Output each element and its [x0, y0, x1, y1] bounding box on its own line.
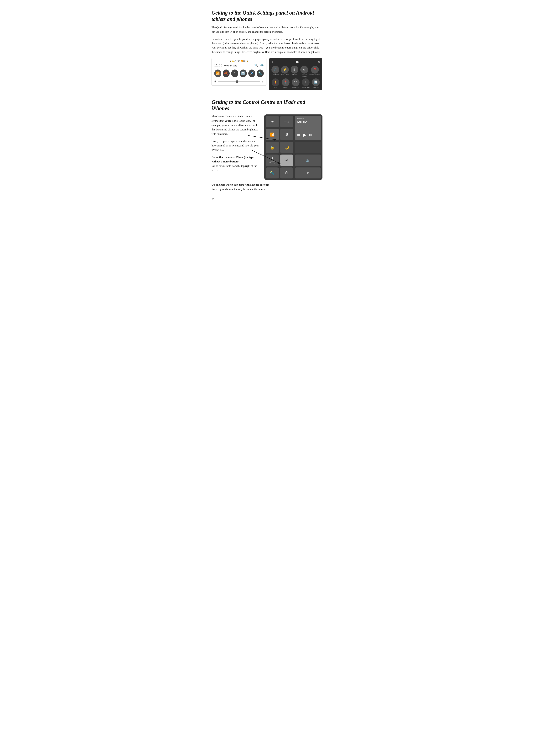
airplane-icon: ✈️: [250, 71, 254, 75]
do-not-disturb-cell[interactable]: 🌙: [280, 142, 293, 153]
play-icon[interactable]: ▶: [303, 132, 306, 137]
wifi-calling-icon: ((·)): [285, 120, 289, 123]
mute-btn[interactable]: 🔕: [271, 78, 279, 86]
timer-cell[interactable]: ⏱: [280, 168, 293, 178]
mute-icon2: 🔕: [274, 80, 277, 84]
dark-brightness-slider[interactable]: [275, 62, 316, 62]
audiowizard-cell[interactable]: 🎵 AudioWizard: [271, 66, 280, 77]
android-time: 11:50 Wed 24 July: [214, 64, 237, 67]
wifi-toggle[interactable]: 📶: [214, 69, 221, 77]
portrait-lock-icon: 🔒: [270, 145, 274, 150]
music-label-main: Music: [297, 120, 307, 124]
torch-toggle[interactable]: 🔦: [257, 69, 264, 77]
bluelight-cell[interactable]: 🛡 Bluelight Filter: [291, 78, 300, 88]
calculator-cell[interactable]: 🖩 Calculator: [290, 66, 299, 77]
brightness-thumb[interactable]: [236, 80, 238, 83]
wifi-icon: 📶: [216, 71, 220, 75]
rotate-icon: 🔄: [241, 71, 245, 75]
rotate-toggle[interactable]: 🔄: [240, 69, 247, 77]
helpguest-label: help.fullbooksGuest: [310, 74, 320, 75]
music-label-top: IPHONE: [297, 118, 304, 120]
empty-cell: [295, 142, 321, 153]
powerboost-btn[interactable]: ⚡: [281, 66, 289, 73]
iphone-screenshot: ✈ ((·)) IPHONE Music ⏮ ▶ ⏭: [264, 115, 322, 180]
wifi-cell[interactable]: 📶: [266, 129, 279, 140]
dark-brightness-low-icon: ☀: [271, 61, 273, 64]
portrait-lock-cell[interactable]: 🔒: [266, 142, 279, 153]
section2-body4: Swipe upwards from the very bottom of th…: [212, 187, 266, 191]
bluelight-icon: 🛡: [294, 80, 297, 84]
page-number: 26: [212, 198, 322, 201]
screenshots-row: 🔒 🔔 🎤 WiFi 📶 96% 🔒 11:50 Wed 24 July 🔍 ⚙…: [212, 58, 322, 90]
autorotate-btn[interactable]: 🔄: [312, 78, 320, 86]
next-track-icon[interactable]: ⏭: [309, 133, 312, 137]
volume-icon: 🔈: [306, 158, 310, 163]
airplanemode-cell[interactable]: ✈ Airplane mode: [301, 78, 310, 88]
powerboost-label: Power & Boost: [281, 74, 289, 75]
status-icons2: 🔔: [232, 60, 234, 62]
battery-pct: 96%: [243, 60, 246, 62]
control-centre-text: The Control Centre is a hidden panel of …: [212, 115, 261, 176]
screen-mirroring-icon: 🖥: [271, 157, 273, 160]
calc-cell[interactable]: #: [295, 168, 321, 178]
control-centre-layout: The Control Centre is a hidden panel of …: [212, 115, 322, 180]
airplanemode-icon: ✈: [305, 80, 307, 84]
status-icons3: 🎤: [234, 60, 236, 62]
autorotate-icon: 🔄: [314, 80, 318, 84]
status-icons: 🔒: [229, 60, 231, 62]
helpguest-cell[interactable]: ❓ help.fullbooksGuest: [310, 66, 320, 77]
torch-icon2: 🔦: [270, 171, 274, 175]
section1-body1: The Quick Settings panel is a hidden pan…: [212, 25, 322, 34]
helpguest-btn[interactable]: ❓: [311, 66, 319, 73]
audiowizard-icon: 🎵: [273, 68, 277, 71]
section2-subhead1: On an iPad or newer iPhone (the type wit…: [212, 156, 254, 163]
powerboost-cell[interactable]: ⚡ Power & Boost: [281, 66, 289, 77]
android-time-row: 11:50 Wed 24 July 🔍 ⚙️: [214, 63, 264, 68]
autorotate-cell[interactable]: 🔄 Auto-rotate: [311, 78, 320, 88]
prev-track-icon[interactable]: ⏮: [297, 133, 300, 137]
audiowizard-btn[interactable]: 🎵: [271, 66, 279, 73]
bluetooth-toggle[interactable]: ⁶: [231, 69, 238, 77]
chevron-down-icon[interactable]: ∨: [262, 80, 264, 83]
brightness-low-icon: ☀: [214, 80, 216, 83]
torch-cell[interactable]: 🔦: [266, 168, 279, 178]
airplane-mode-cell[interactable]: ✈: [266, 116, 279, 127]
airplane-toggle[interactable]: ✈️: [248, 69, 255, 77]
section2-body3: Swipe downwards from the top right of th…: [212, 164, 257, 172]
torch-icon: 🔦: [258, 71, 263, 75]
music-cell[interactable]: IPHONE Music ⏮ ▶ ⏭: [295, 116, 321, 140]
brightness-icon: ☀: [285, 158, 289, 163]
status-icons5: 📶: [241, 60, 243, 62]
screen-mirroring-cell[interactable]: 🖥 Screen Mirroring: [266, 154, 279, 166]
android-status-bar: 🔒 🔔 🎤 WiFi 📶 96% 🔒: [214, 60, 264, 62]
wifi-calling-cell[interactable]: ((·)): [280, 116, 293, 127]
mute-cell[interactable]: 🔕 Mute: [271, 78, 280, 88]
autostart-icon: ⚙: [303, 68, 306, 71]
calculator-btn[interactable]: 🖩: [291, 66, 298, 73]
search-icon[interactable]: 🔍: [254, 64, 258, 67]
dark-brightness-row: ☀ ☀: [270, 60, 321, 65]
location-cell[interactable]: 📍 Location: [281, 78, 290, 88]
dark-brightness-thumb[interactable]: [296, 61, 298, 63]
location-label: Location: [283, 87, 288, 88]
iphone-cc-wrapper: ✈ ((·)) IPHONE Music ⏮ ▶ ⏭: [264, 115, 322, 180]
volume-cell[interactable]: 🔈: [295, 154, 321, 166]
sound-toggle[interactable]: 🔕: [223, 69, 230, 77]
section1-title: Getting to the Quick Settings panel on A…: [212, 10, 322, 22]
bluetooth-cell[interactable]: B: [280, 129, 293, 140]
bluelight-btn[interactable]: 🛡: [292, 78, 299, 86]
timer-icon: ⏱: [285, 171, 289, 175]
section-divider: [212, 95, 322, 95]
location-btn[interactable]: 📍: [282, 78, 290, 86]
iphone-grid: ✈ ((·)) IPHONE Music ⏮ ▶ ⏭: [266, 116, 321, 178]
brightness-slider[interactable]: [218, 81, 260, 82]
autostart-cell[interactable]: ⚙ Auto-start Manager: [300, 66, 309, 77]
bluetooth-icon: ⁶: [234, 72, 235, 75]
brightness-cell[interactable]: ☀: [280, 154, 293, 166]
settings-gear-icon[interactable]: ⚙️: [260, 64, 264, 67]
dark-icons-grid-row1: 🎵 AudioWizard ⚡ Power & Boost 🖩 Calculat…: [270, 65, 321, 78]
airplanemode-btn[interactable]: ✈: [302, 78, 310, 86]
screen-mirroring-label: Screen Mirroring: [269, 160, 275, 164]
section2-body1: The Control Centre is a hidden panel of …: [212, 115, 261, 136]
autostart-btn[interactable]: ⚙: [300, 66, 308, 73]
